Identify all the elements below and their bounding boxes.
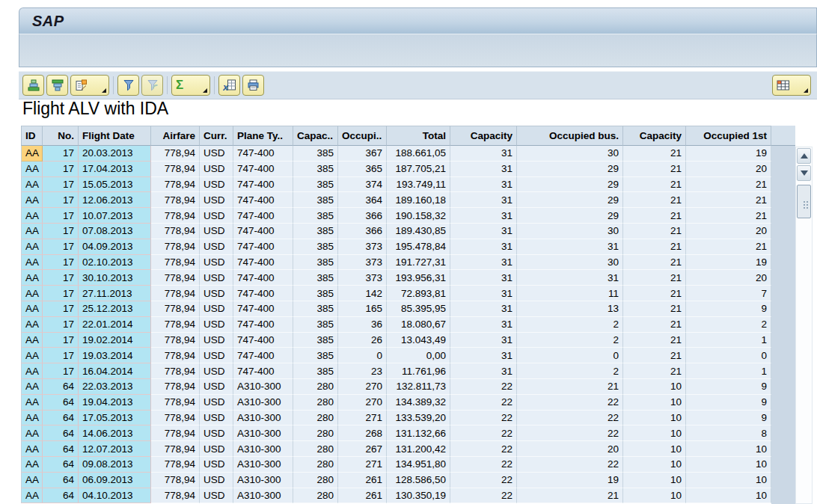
grid-cell[interactable]: 747-400 [233,348,293,363]
grid-cell[interactable]: 22 [450,411,517,426]
grid-cell[interactable]: 778,94 [151,286,200,301]
grid-cell[interactable]: 7 [686,286,771,301]
grid-cell[interactable]: 17 [43,348,79,363]
grid-cell[interactable]: USD [200,286,233,301]
grid-cell[interactable]: 29 [517,192,623,208]
grid-cell[interactable]: 778,94 [151,379,200,395]
grid-cell[interactable]: 30 [517,255,623,271]
grid-cell[interactable]: 04.09.2013 [79,239,151,255]
grid-cell[interactable]: 64 [43,473,79,488]
grid-cell[interactable]: 778,94 [151,395,200,411]
filter-remove-button[interactable] [141,75,163,96]
grid-cell[interactable]: 280 [293,395,338,411]
grid-cell[interactable]: 85.395,95 [387,301,450,317]
grid-cell[interactable]: USD [200,395,233,411]
dropdown-arrow-icon[interactable] [203,88,207,93]
grid-cell[interactable]: 31 [450,301,517,317]
grid-cell[interactable]: 271 [338,457,387,473]
column-header-capacity[interactable]: Capacity [450,126,517,146]
grid-cell[interactable]: A310-300 [233,441,293,457]
grid-cell[interactable]: 134.389,32 [387,395,450,411]
grid-cell[interactable]: AA [21,286,43,301]
grid-cell[interactable]: 261 [338,488,387,504]
grid-cell[interactable]: 132.811,73 [387,379,450,395]
excel-export-button[interactable]: x [218,75,240,96]
grid-cell[interactable]: 366 [338,224,387,239]
grid-cell[interactable]: 9 [686,395,771,411]
grid-cell[interactable]: 64 [43,425,79,441]
grid-cell[interactable]: USD [200,301,233,317]
grid-cell[interactable]: 02.10.2013 [79,255,151,271]
grid-cell[interactable]: 270 [338,379,387,395]
grid-cell[interactable]: 385 [293,363,338,379]
grid-cell[interactable]: 31 [450,317,517,333]
print-button[interactable] [242,75,264,96]
grid-cell[interactable]: 21 [623,162,686,177]
grid-cell[interactable]: A310-300 [233,411,293,426]
column-header-curr[interactable]: Curr. [200,126,233,146]
grid-cell[interactable]: 21 [623,270,686,286]
grid-cell[interactable]: 31 [450,177,517,193]
grid-cell[interactable]: 385 [293,224,338,239]
grid-cell[interactable]: 21 [623,286,686,301]
grid-cell[interactable]: 36 [338,317,387,333]
grid-cell[interactable]: 747-400 [233,317,293,333]
grid-cell[interactable]: AA [21,162,43,177]
grid-cell[interactable]: 31 [450,224,517,239]
grid-cell[interactable]: 747-400 [233,270,293,286]
grid-cell[interactable]: 385 [293,333,338,348]
grid-cell[interactable]: 21 [686,239,771,255]
grid-cell[interactable]: AA [21,177,43,193]
grid-cell[interactable]: 365 [338,162,387,177]
grid-cell[interactable]: 2 [517,333,623,348]
column-header-capac[interactable]: Capac.. [293,126,338,146]
scrollbar-thumb[interactable] [797,185,811,218]
grid-cell[interactable]: AA [21,255,43,271]
grid-cell[interactable]: 374 [338,177,387,193]
grid-cell[interactable]: 280 [293,425,338,441]
grid-cell[interactable]: 10 [623,488,686,504]
grid-cell[interactable]: 21 [686,208,771,224]
grid-cell[interactable]: AA [21,333,43,348]
grid-cell[interactable]: 1 [686,333,771,348]
grid-cell[interactable]: 19 [517,473,623,488]
grid-cell[interactable]: USD [200,457,233,473]
grid-cell[interactable]: 18.080,67 [387,317,450,333]
grid-cell[interactable]: 267 [338,441,387,457]
grid-cell[interactable]: 31 [450,286,517,301]
column-header-no[interactable]: No. [43,126,79,146]
grid-cell[interactable]: A310-300 [233,473,293,488]
grid-cell[interactable]: 10 [623,395,686,411]
grid-cell[interactable]: 385 [293,348,338,363]
grid-cell[interactable]: 31 [450,270,517,286]
grid-cell[interactable]: 31 [450,146,517,162]
grid-cell[interactable]: 747-400 [233,192,293,208]
grid-cell[interactable]: 21 [623,317,686,333]
grid-cell[interactable]: USD [200,239,233,255]
grid-cell[interactable]: AA [21,395,43,411]
grid-cell[interactable]: 778,94 [151,425,200,441]
grid-cell[interactable]: USD [200,411,233,426]
grid-cell[interactable]: 778,94 [151,224,200,239]
grid-cell[interactable]: USD [200,177,233,193]
grid-cell[interactable]: 04.10.2013 [79,488,151,504]
grid-cell[interactable]: 778,94 [151,457,200,473]
grid-cell[interactable]: 778,94 [151,162,200,177]
grid-cell[interactable]: 280 [293,473,338,488]
grid-cell[interactable]: USD [200,317,233,333]
grid-cell[interactable]: 133.539,20 [387,411,450,426]
grid-cell[interactable]: 10 [686,473,771,488]
grid-cell[interactable]: A310-300 [233,379,293,395]
grid-cell[interactable]: 778,94 [151,333,200,348]
grid-cell[interactable]: 31 [450,192,517,208]
grid-cell[interactable]: 17 [43,239,79,255]
grid-cell[interactable]: 31 [450,333,517,348]
grid-cell[interactable]: 9 [686,379,771,395]
grid-cell[interactable]: 385 [293,146,338,162]
grid-cell[interactable]: 778,94 [151,348,200,363]
column-header-occupied-bus[interactable]: Occupied bus. [517,126,623,146]
grid-cell[interactable]: AA [21,457,43,473]
grid-cell[interactable]: 22.01.2014 [79,317,151,333]
grid-cell[interactable]: 385 [293,208,338,224]
grid-cell[interactable]: 8 [686,425,771,441]
